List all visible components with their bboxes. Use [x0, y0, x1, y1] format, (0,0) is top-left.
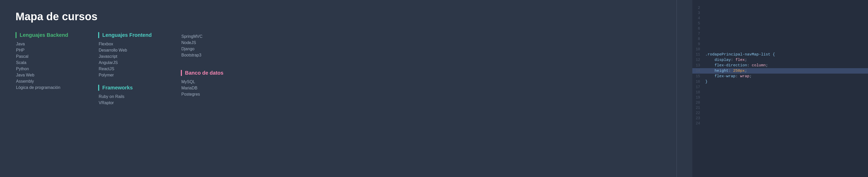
list-item: SpringMVC: [181, 34, 274, 39]
list-item: Flexbox: [99, 42, 165, 46]
code-line: 22: [692, 110, 868, 116]
code-panel: 2 3 4 5 6 7 8 9 10 11 .rodapePrincipal-n…: [692, 0, 868, 177]
section-frameworks: Frameworks Ruby on Rails VRaptor: [98, 85, 165, 105]
section-title-frontend: Lenguajes Frontend: [98, 32, 165, 38]
list-item: Javascript: [99, 54, 165, 59]
code-line: 9: [692, 42, 868, 47]
list-item: MariaDB: [181, 86, 274, 91]
panel-divider: [677, 0, 677, 177]
list-item: Assembly: [16, 79, 83, 84]
code-line: 18: [692, 90, 868, 95]
backend-list: Java PHP Pascal Scala Python Java Web As…: [16, 42, 83, 90]
otros-list: SpringMVC NodeJS Django Bootstrap3: [181, 34, 274, 57]
column-frontend: Lenguajes Frontend Flexbox Desarrollo We…: [98, 32, 181, 112]
section-title-banco: Banco de datos: [181, 70, 274, 76]
list-item: Lógica de programación: [16, 85, 83, 90]
code-line-flex-wrap: 15 flex-wrap: wrap;: [692, 74, 868, 79]
code-line: 2: [692, 5, 868, 10]
code-line-selector: 11 .rodapePrincipal-navMap-list {: [692, 52, 868, 57]
code-line-display: 12 display: flex;: [692, 57, 868, 63]
section-otros: SpringMVC NodeJS Django Bootstrap3: [181, 32, 274, 57]
code-line: 24: [692, 121, 868, 126]
list-item-vraptor: VRaptor: [99, 101, 165, 105]
code-line: 17: [692, 84, 868, 90]
page-title: Mapa de cursos: [16, 10, 661, 23]
list-item: ReactJS: [99, 67, 165, 71]
section-frontend: Lenguajes Frontend Flexbox Desarrollo We…: [98, 32, 165, 77]
code-line: 8: [692, 36, 868, 42]
code-line: 5: [692, 21, 868, 26]
list-item: Java Web: [16, 73, 83, 77]
code-line: 4: [692, 16, 868, 21]
section-banco-datos: Banco de datos MySQL MariaDB Postegres: [181, 70, 274, 97]
banco-list: MySQL MariaDB Postegres: [181, 80, 274, 97]
columns-container: Lenguajes Backend Java PHP Pascal Scala …: [16, 32, 661, 112]
code-line: 7: [692, 31, 868, 36]
code-line: 20: [692, 100, 868, 105]
list-item: Desarrollo Web: [99, 48, 165, 53]
code-line: 10: [692, 47, 868, 52]
column-otros: SpringMVC NodeJS Django Bootstrap3 Banco…: [181, 32, 289, 112]
list-item: Polymer: [99, 73, 165, 77]
section-backend: Lenguajes Backend Java PHP Pascal Scala …: [16, 32, 83, 90]
list-item: Pascal: [16, 54, 83, 59]
list-item: MySQL: [181, 80, 274, 84]
list-item: PHP: [16, 48, 83, 53]
section-title-backend: Lenguajes Backend: [16, 32, 83, 38]
code-line-close: 16 }: [692, 79, 868, 84]
code-line: 23: [692, 116, 868, 121]
main-content: Mapa de cursos Lenguajes Backend Java PH…: [0, 0, 677, 177]
code-line-flex-direction: 13 flex-direction: column;: [692, 63, 868, 68]
list-item: Django: [181, 47, 274, 51]
code-line: 19: [692, 95, 868, 100]
list-item-ruby-on-rails: Ruby on Rails: [99, 94, 165, 99]
code-line: 21: [692, 105, 868, 110]
column-backend: Lenguajes Backend Java PHP Pascal Scala …: [16, 32, 98, 112]
list-item: Postegres: [181, 92, 274, 97]
code-line: 6: [692, 26, 868, 31]
frontend-list: Flexbox Desarrollo Web Javascript Angula…: [98, 42, 165, 77]
list-item: Python: [16, 67, 83, 71]
list-item: Scala: [16, 60, 83, 65]
list-item: AngularJS: [99, 60, 165, 65]
code-line: 3: [692, 10, 868, 16]
code-lines: 2 3 4 5 6 7 8 9 10 11 .rodapePrincipal-n…: [692, 5, 868, 126]
list-item: NodeJS: [181, 41, 274, 45]
section-title-frameworks: Frameworks: [98, 85, 165, 91]
code-line-height: 14 height: 250px;: [692, 68, 868, 74]
list-item: Java: [16, 42, 83, 46]
frameworks-list: Ruby on Rails VRaptor: [98, 94, 165, 105]
list-item: Bootstrap3: [181, 53, 274, 57]
